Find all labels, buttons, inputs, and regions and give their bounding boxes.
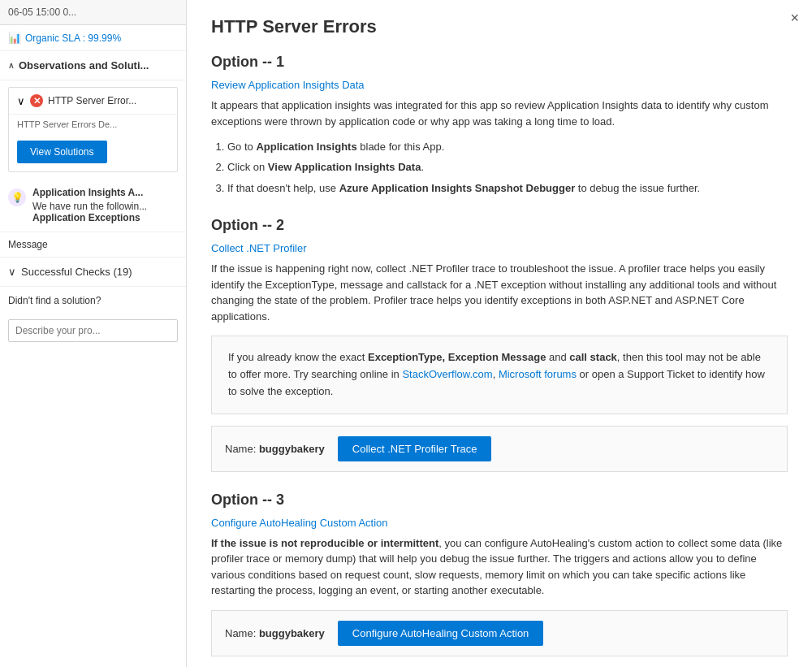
chart-icon: 📊 [8,32,21,44]
step-3: If that doesn't help, use Azure Applicat… [227,179,788,197]
option-2-subtitle: Collect .NET Profiler [211,242,788,254]
step-1-bold: Application Insights [256,141,356,153]
app-insights-title: Application Insights A... [32,187,147,198]
http-error-item: ∨ ✕ HTTP Server Error... HTTP Server Err… [8,87,178,172]
bulb-icon: 💡 [8,188,26,206]
option-3-name-value: buggybakery [259,627,325,639]
option-1-heading: Option -- 1 [211,54,788,71]
option-2-name-label: Name: buggybakery [225,443,325,455]
chevron-down-icon: ∨ [8,266,16,278]
step-2-bold: View Application Insights Data [268,161,421,173]
option-2-heading: Option -- 2 [211,217,788,234]
step-2: Click on View Application Insights Data. [227,158,788,176]
chevron-up-icon: ∧ [8,61,14,70]
option-3-subtitle: Configure AutoHealing Custom Action [211,517,788,529]
step-1: Go to Application Insights blade for thi… [227,137,788,156]
observations-label: Observations and Soluti... [19,59,149,71]
option-2-name-value: buggybakery [259,443,325,455]
option-3-heading: Option -- 3 [211,492,788,509]
http-error-header[interactable]: ∨ ✕ HTTP Server Error... [9,88,177,115]
main-title: HTTP Server Errors [211,16,788,37]
option-1-steps: Go to Application Insights blade for thi… [227,137,788,197]
close-button[interactable]: × [790,10,799,27]
error-circle-icon: ✕ [30,94,43,107]
app-insights-text: Application Insights A... We have run th… [32,187,147,223]
organic-sla-row: 📊 Organic SLA : 99.99% [0,25,186,51]
organic-sla-label: Organic SLA : 99.99% [25,32,121,44]
option-1-section: Option -- 1 Review Application Insights … [211,54,788,197]
option-1-subtitle: Review Application Insights Data [211,79,788,91]
option-3-name-label: Name: buggybakery [225,627,325,639]
app-insights-item: 💡 Application Insights A... We have run … [0,179,186,232]
option-2-action-row: Name: buggybakery Collect .NET Profiler … [211,426,788,472]
top-bar: 06-05 15:00 0... [0,0,186,25]
option-1-desc: It appears that application insights was… [211,97,788,129]
option-2-section: Option -- 2 Collect .NET Profiler If the… [211,217,788,471]
top-bar-text: 06-05 15:00 0... [8,6,76,18]
successful-checks-header[interactable]: ∨ Successful Checks (19) [0,258,186,287]
option-2-desc: If the issue is happening right now, col… [211,261,788,324]
stackoverflow-link[interactable]: StackOverflow.com [402,368,492,380]
step-3-bold: Azure Application Insights Snapshot Debu… [339,182,576,194]
describe-input[interactable] [8,319,178,342]
didnt-find-label: Didn't find a solution? [0,287,186,314]
http-error-title: HTTP Server Error... [48,95,136,106]
option-2-info-box: If you already know the exact ExceptionT… [211,336,788,414]
configure-autohealing-button[interactable]: Configure AutoHealing Custom Action [338,621,544,646]
collect-profiler-button[interactable]: Collect .NET Profiler Trace [338,436,492,461]
option-3-bold-start: If the issue is not reproducible or inte… [211,537,438,549]
app-insights-bold: Application Exceptions [32,212,140,223]
app-insights-desc1: We have run the followin... [32,201,147,212]
option-3-section: Option -- 3 Configure AutoHealing Custom… [211,492,788,656]
message-row: Message [0,232,186,258]
view-solutions-button[interactable]: View Solutions [17,141,107,163]
expand-chevron-icon: ∨ [17,95,25,107]
right-panel: × HTTP Server Errors Option -- 1 Review … [187,0,812,667]
microsoft-forums-link[interactable]: Microsoft forums [499,368,577,380]
observations-section-header[interactable]: ∧ Observations and Soluti... [0,51,186,80]
successful-checks-label: Successful Checks (19) [21,266,132,278]
http-error-desc: HTTP Server Errors De... [9,115,177,134]
option-3-action-row: Name: buggybakery Configure AutoHealing … [211,610,788,656]
option-3-desc: If the issue is not reproducible or inte… [211,535,788,599]
left-panel: 06-05 15:00 0... 📊 Organic SLA : 99.99% … [0,0,187,667]
